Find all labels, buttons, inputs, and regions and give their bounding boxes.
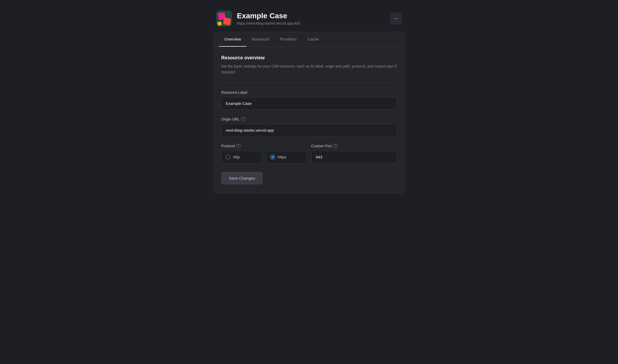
origin-url-label: Origin URL ? xyxy=(221,117,397,121)
section-title: Resource overview xyxy=(221,55,397,61)
radio-http-circle xyxy=(226,155,230,159)
resource-label-label: Resource Label xyxy=(221,90,397,95)
origin-url-input[interactable] xyxy=(221,124,397,136)
header-left: Example Case https://next-blog-starter.v… xyxy=(216,11,300,26)
resource-label-input[interactable] xyxy=(221,97,397,110)
page-header: Example Case https://next-blog-starter.v… xyxy=(214,11,404,26)
custom-port-label: Custom Port ? xyxy=(311,144,397,148)
page-title: Example Case xyxy=(237,12,300,20)
radio-http-label: http xyxy=(233,155,240,159)
custom-port-input[interactable] xyxy=(311,151,397,163)
origin-url-field: Origin URL ? xyxy=(221,117,397,136)
tab-providers[interactable]: Providers xyxy=(275,32,302,47)
page-wrapper: Example Case https://next-blog-starter.v… xyxy=(214,11,404,193)
tab-advanced[interactable]: Advanced xyxy=(246,32,275,47)
back-button[interactable]: ← xyxy=(390,13,402,24)
tabs-bar: Overview Advanced Providers Cache xyxy=(214,32,404,47)
radio-https-dot xyxy=(272,156,274,158)
protocol-options: http https xyxy=(221,151,307,163)
app-icon xyxy=(216,11,232,26)
radio-https[interactable]: https xyxy=(266,151,307,163)
tab-cache[interactable]: Cache xyxy=(302,32,324,47)
header-info: Example Case https://next-blog-starter.v… xyxy=(237,12,300,25)
tab-content: Resource overview Set the basic settings… xyxy=(214,47,404,193)
resource-label-field: Resource Label xyxy=(221,90,397,110)
origin-url-help-icon[interactable]: ? xyxy=(241,117,245,121)
tab-overview[interactable]: Overview xyxy=(219,32,246,47)
protocol-custom-port-row: Protocol ? http https xyxy=(221,144,397,163)
save-changes-button[interactable]: Save Changes xyxy=(221,172,263,184)
section-divider xyxy=(221,83,397,83)
back-icon: ← xyxy=(394,16,398,21)
save-button-wrapper: Save Changes xyxy=(221,172,397,184)
radio-https-label: https xyxy=(278,155,286,159)
protocol-label: Protocol ? xyxy=(221,144,307,148)
radio-http[interactable]: http xyxy=(221,151,263,163)
custom-port-field: Custom Port ? xyxy=(311,144,397,163)
custom-port-help-icon[interactable]: ? xyxy=(333,144,338,148)
radio-https-circle xyxy=(270,155,275,159)
protocol-field: Protocol ? http https xyxy=(221,144,307,163)
section-description: Set the basic settings for your CDN reso… xyxy=(221,63,397,75)
protocol-help-icon[interactable]: ? xyxy=(236,144,241,148)
page-url: https://next-blog-starter.vercel.app:443 xyxy=(237,21,300,25)
main-card: Overview Advanced Providers Cache Resour… xyxy=(214,32,404,193)
